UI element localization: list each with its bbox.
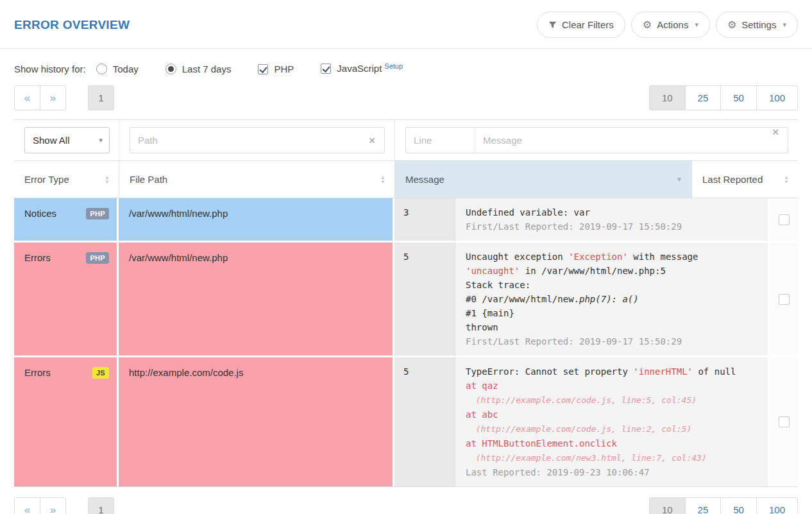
page-size-selector: 10 25 50 100: [649, 85, 798, 110]
line-message-filter-group: ✕: [405, 127, 788, 153]
clear-message-filter-icon[interactable]: ✕: [772, 128, 779, 137]
message-header-label: Message: [405, 174, 444, 185]
checkbox-javascript[interactable]: JavaScriptSetup: [321, 63, 403, 75]
checkbox-php[interactable]: PHP: [258, 64, 294, 75]
php-badge: PHP: [86, 252, 109, 264]
radio-today[interactable]: Today: [96, 64, 139, 75]
column-header-message[interactable]: Message ▼: [394, 161, 691, 198]
page-size-25-button[interactable]: 25: [685, 85, 722, 110]
pagination-bottom: « » 1 10 25 50 100: [14, 497, 798, 514]
error-type-cell: Errors JS: [14, 357, 119, 486]
radio-last-7-days[interactable]: Last 7 days: [165, 64, 232, 75]
checkbox-javascript-label: JavaScript: [337, 63, 382, 74]
table-row: Notices PHP /var/www/html/new.php 3 Unde…: [14, 198, 798, 241]
js-badge: JS: [92, 367, 109, 379]
pager-arrows: « »: [14, 85, 66, 110]
path-filter-wrap: ✕: [130, 127, 385, 153]
table-row: Errors PHP /var/www/html/new.php 5 Uncau…: [14, 241, 798, 356]
actions-label: Actions: [657, 19, 688, 30]
actions-button[interactable]: ⚙ Actions ▾: [631, 12, 710, 38]
error-type-filter-value: Show All: [33, 135, 70, 146]
clear-path-filter-icon[interactable]: ✕: [368, 136, 376, 145]
page-size-10-button[interactable]: 10: [649, 85, 686, 110]
history-filter-label: Show history for:: [14, 64, 86, 74]
clear-filters-label: Clear Filters: [562, 19, 614, 30]
sort-icon: ▲▼: [380, 175, 385, 184]
checkbox-php-label: PHP: [274, 64, 294, 75]
line-number-cell: 3: [394, 198, 455, 241]
file-path-cell: /var/www/html/new.php: [119, 243, 394, 356]
header-divider: [0, 48, 812, 49]
setup-link[interactable]: Setup: [384, 62, 403, 70]
errors-table: Show All ▾ ✕ ✕ Error Type: [14, 119, 798, 487]
table-row: Errors JS http://example.com/code.js 5 T…: [14, 356, 798, 486]
pagination-prev-button[interactable]: «: [14, 85, 40, 110]
page-size-50-button[interactable]: 50: [720, 85, 757, 110]
radio-last-7-days-control[interactable]: [165, 64, 176, 74]
error-overview-page: ERROR OVERVIEW Clear Filters ⚙ Actions ▾…: [0, 0, 812, 514]
row-checkbox[interactable]: [779, 294, 790, 305]
error-type-header-label: Error Type: [24, 174, 69, 185]
last-reported-header-label: Last Reported: [702, 174, 763, 185]
row-checkbox[interactable]: [779, 214, 790, 225]
pager-arrows: « »: [14, 497, 66, 514]
pagination-next-button[interactable]: »: [40, 85, 66, 110]
file-path-cell: http://example.com/code.js: [119, 357, 394, 486]
chevron-down-icon: ▾: [695, 21, 698, 29]
pagination-next-button[interactable]: »: [40, 497, 66, 514]
error-type-cell: Notices PHP: [14, 198, 119, 241]
page-title: ERROR OVERVIEW: [14, 18, 130, 32]
row-select-cell: [770, 198, 798, 241]
radio-today-control[interactable]: [96, 64, 107, 74]
top-buttons: Clear Filters ⚙ Actions ▾ ⚙ Settings ▾: [537, 12, 798, 38]
pagination-top: « » 1 10 25 50 100: [14, 85, 798, 110]
line-number-cell: 5: [394, 357, 455, 486]
radio-today-label: Today: [113, 64, 139, 75]
error-type-filter-select[interactable]: Show All ▾: [24, 127, 110, 153]
error-type-cell: Errors PHP: [14, 243, 119, 356]
history-filter-row: Show history for: Today Last 7 days PHP …: [14, 63, 798, 75]
file-path-header-label: File Path: [130, 174, 167, 185]
page-size-100-button[interactable]: 100: [756, 497, 798, 514]
message-cell: Uncaught exception 'Exception' with mess…: [455, 243, 770, 356]
pagination-page-1-button[interactable]: 1: [88, 85, 114, 110]
sort-icon: ▲▼: [784, 175, 789, 184]
page-size-10-button[interactable]: 10: [649, 497, 686, 514]
column-header-file-path[interactable]: File Path ▲▼: [119, 161, 394, 198]
settings-label: Settings: [741, 19, 776, 30]
sort-icon: ▲▼: [105, 175, 110, 184]
sort-descending-icon: ▼: [676, 176, 682, 183]
pagination-page-1-button[interactable]: 1: [88, 497, 114, 514]
message-filter-input[interactable]: [475, 128, 788, 153]
settings-button[interactable]: ⚙ Settings ▾: [716, 12, 798, 38]
page-size-25-button[interactable]: 25: [685, 497, 722, 514]
pagination-prev-button[interactable]: «: [14, 497, 40, 514]
path-filter-input[interactable]: [130, 128, 384, 153]
clear-filters-button[interactable]: Clear Filters: [537, 12, 625, 38]
message-cell: TypeError: Cannot set property 'innerHTM…: [455, 357, 770, 486]
error-type-label: Notices: [24, 208, 56, 219]
gear-icon: ⚙: [727, 20, 736, 30]
line-filter-input[interactable]: [406, 128, 475, 153]
gears-icon: ⚙: [643, 20, 652, 30]
chevron-down-icon: ▾: [99, 136, 103, 144]
error-type-label: Errors: [24, 367, 51, 378]
page-size-50-button[interactable]: 50: [720, 497, 757, 514]
table-header-row: Error Type ▲▼ File Path ▲▼ Message ▼ Las…: [14, 161, 798, 198]
checkbox-php-control[interactable]: [258, 64, 268, 74]
page-size-100-button[interactable]: 100: [756, 85, 798, 110]
column-header-last-reported[interactable]: Last Reported ▲▼: [691, 161, 798, 198]
top-bar: ERROR OVERVIEW Clear Filters ⚙ Actions ▾…: [14, 12, 798, 38]
filter-funnel-icon: [548, 21, 557, 29]
message-cell: Undefined variable: varFirst/Last Report…: [455, 198, 770, 241]
row-select-cell: [770, 243, 798, 356]
table-filter-row: Show All ▾ ✕ ✕: [14, 120, 798, 161]
file-path-cell: /var/www/html/new.php: [119, 198, 394, 241]
page-size-selector: 10 25 50 100: [649, 497, 798, 514]
radio-last-7-days-label: Last 7 days: [182, 64, 232, 75]
column-header-error-type[interactable]: Error Type ▲▼: [14, 161, 119, 198]
checkbox-javascript-control[interactable]: [321, 64, 331, 74]
line-number-cell: 5: [394, 243, 455, 356]
chevron-down-icon: ▾: [782, 21, 786, 29]
row-checkbox[interactable]: [779, 416, 790, 427]
